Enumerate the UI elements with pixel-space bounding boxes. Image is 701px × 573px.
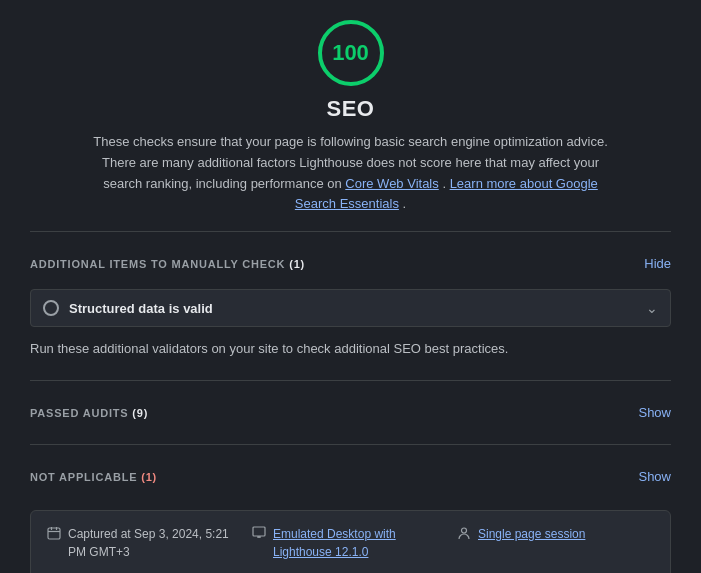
manual-check-header: ADDITIONAL ITEMS TO MANUALLY CHECK (1) H… <box>30 246 671 281</box>
calendar-icon <box>47 526 61 543</box>
footer-info: Captured at Sep 3, 2024, 5:21 PM GMT+3 E… <box>30 510 671 573</box>
score-section: 100 SEO These checks ensure that your pa… <box>30 20 671 215</box>
passed-audits-header: PASSED AUDITS (9) Show <box>30 395 671 430</box>
audit-item-left: Structured data is valid <box>43 300 213 316</box>
divider-1 <box>30 231 671 232</box>
footer-captured-at: Captured at Sep 3, 2024, 5:21 PM GMT+3 <box>47 525 244 561</box>
manual-check-toggle[interactable]: Hide <box>644 256 671 271</box>
svg-rect-0 <box>48 528 60 539</box>
desc-text3: . <box>403 196 407 211</box>
page-title: SEO <box>327 96 375 122</box>
score-circle: 100 <box>318 20 384 86</box>
monitor-icon <box>252 526 266 543</box>
svg-point-7 <box>462 528 467 533</box>
circle-icon <box>43 300 59 316</box>
main-container: 100 SEO These checks ensure that your pa… <box>0 0 701 573</box>
person-icon <box>457 526 471 543</box>
single-page-link[interactable]: Single page session <box>478 527 585 541</box>
not-applicable-title: NOT APPLICABLE (1) <box>30 471 157 483</box>
not-applicable-toggle[interactable]: Show <box>638 469 671 484</box>
manual-check-section: ADDITIONAL ITEMS TO MANUALLY CHECK (1) H… <box>30 246 671 366</box>
footer-emulated-desktop: Emulated Desktop with Lighthouse 12.1.0 <box>252 525 449 561</box>
captured-at-text: Captured at Sep 3, 2024, 5:21 PM GMT+3 <box>68 525 244 561</box>
passed-audits-toggle[interactable]: Show <box>638 405 671 420</box>
footer-single-page: Single page session <box>457 525 654 561</box>
manual-check-info: Run these additional validators on your … <box>30 335 671 366</box>
not-applicable-header: NOT APPLICABLE (1) Show <box>30 459 671 494</box>
single-page-text: Single page session <box>478 525 585 543</box>
chevron-down-icon: ⌄ <box>646 300 658 316</box>
desc-text2: . <box>442 176 449 191</box>
core-web-vitals-link[interactable]: Core Web Vitals <box>345 176 438 191</box>
score-number: 100 <box>332 40 369 66</box>
structured-data-item[interactable]: Structured data is valid ⌄ <box>30 289 671 327</box>
passed-audits-title: PASSED AUDITS (9) <box>30 407 148 419</box>
divider-2 <box>30 380 671 381</box>
passed-audits-section: PASSED AUDITS (9) Show <box>30 395 671 430</box>
emulated-desktop-link[interactable]: Emulated Desktop with Lighthouse 12.1.0 <box>273 527 396 559</box>
structured-data-label: Structured data is valid <box>69 301 213 316</box>
manual-check-title: ADDITIONAL ITEMS TO MANUALLY CHECK (1) <box>30 258 305 270</box>
svg-rect-4 <box>253 527 265 536</box>
divider-3 <box>30 444 671 445</box>
description-text: These checks ensure that your page is fo… <box>91 132 611 215</box>
emulated-desktop-text: Emulated Desktop with Lighthouse 12.1.0 <box>273 525 449 561</box>
not-applicable-section: NOT APPLICABLE (1) Show <box>30 459 671 494</box>
